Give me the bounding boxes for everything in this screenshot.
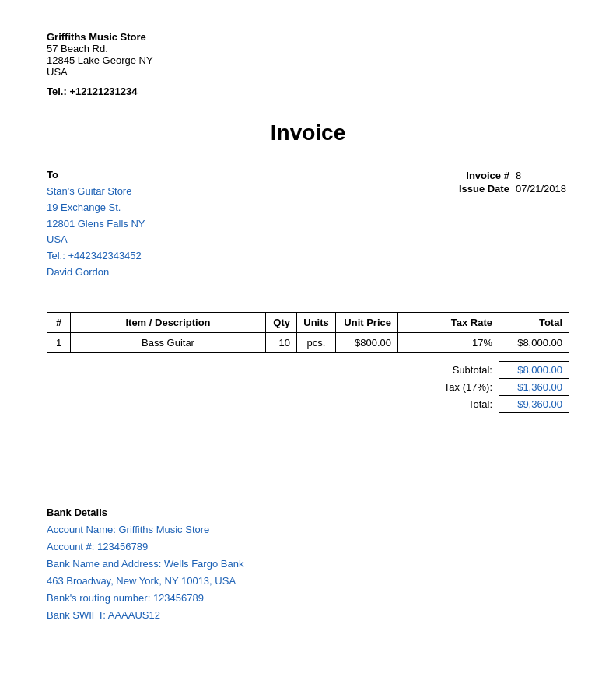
tax-label: Tax (17%): xyxy=(438,378,499,395)
to-label: To xyxy=(47,169,145,181)
row-tax-rate: 17% xyxy=(398,332,499,352)
recipient-country: USA xyxy=(47,232,145,248)
col-header-unit-price: Unit Price xyxy=(336,312,398,332)
phone-label: Tel.: xyxy=(47,86,67,97)
sender-address1: 57 Beach Rd. xyxy=(47,43,569,54)
sender-company: Griffiths Music Store xyxy=(47,31,569,43)
invoice-details: Invoice # 8 Issue Date 07/21/2018 xyxy=(456,169,569,281)
recipient-phone: Tel.: +442342343452 xyxy=(47,248,145,265)
bank-account-number: Account #: 123456789 xyxy=(47,538,569,556)
tax-value: $1,360.00 xyxy=(499,378,569,395)
row-qty: 10 xyxy=(266,332,297,352)
bank-title: Bank Details xyxy=(47,507,569,518)
sender-section: Griffiths Music Store 57 Beach Rd. 12845… xyxy=(47,31,569,97)
subtotal-value: $8,000.00 xyxy=(499,361,569,378)
table-row: 1 Bass Guitar 10 pcs. $800.00 17% $8,000… xyxy=(47,332,569,352)
recipient-section: To Stan's Guitar Store 19 Exchange St. 1… xyxy=(47,169,145,281)
row-num: 1 xyxy=(47,332,71,352)
bank-routing: Bank's routing number: 123456789 xyxy=(47,590,569,607)
sender-address2: 12845 Lake George NY xyxy=(47,54,569,66)
bank-account-name: Account Name: Griffiths Music Store xyxy=(47,521,569,538)
recipient-address2: 12801 Glens Falls NY xyxy=(47,216,145,233)
totals-section: Subtotal: $8,000.00 Tax (17%): $1,360.00… xyxy=(47,361,569,413)
col-header-total: Total xyxy=(499,312,569,332)
invoice-number-label: Invoice # xyxy=(456,169,513,182)
invoice-number: 8 xyxy=(513,169,569,182)
row-units: pcs. xyxy=(297,332,336,352)
col-header-units: Units xyxy=(297,312,336,332)
col-header-tax-rate: Tax Rate xyxy=(398,312,499,332)
invoice-date-label: Issue Date xyxy=(456,182,513,195)
row-unit-price: $800.00 xyxy=(336,332,398,352)
invoice-meta: To Stan's Guitar Store 19 Exchange St. 1… xyxy=(47,169,569,281)
bank-name: Bank Name and Address: Wells Fargo Bank xyxy=(47,556,569,573)
sender-phone: Tel.: +12121231234 xyxy=(47,86,569,97)
items-table: # Item / Description Qty Units Unit Pric… xyxy=(47,312,569,353)
sender-country: USA xyxy=(47,66,569,78)
col-header-num: # xyxy=(47,312,71,332)
phone-number: +12121231234 xyxy=(69,86,137,97)
subtotal-label: Subtotal: xyxy=(438,361,499,378)
row-description: Bass Guitar xyxy=(71,332,266,352)
invoice-date: 07/21/2018 xyxy=(513,182,569,195)
recipient-contact: David Gordon xyxy=(47,265,145,281)
bank-address: 463 Broadway, New York, NY 10013, USA xyxy=(47,573,569,590)
recipient-company: Stan's Guitar Store xyxy=(47,184,145,200)
bank-info: Account Name: Griffiths Music Store Acco… xyxy=(47,521,569,625)
bank-details-section: Bank Details Account Name: Griffiths Mus… xyxy=(47,507,569,625)
total-label: Total: xyxy=(438,395,499,412)
col-header-description: Item / Description xyxy=(71,312,266,332)
bank-swift: Bank SWIFT: AAAAUS12 xyxy=(47,607,569,624)
client-info: Stan's Guitar Store 19 Exchange St. 1280… xyxy=(47,184,145,281)
row-total: $8,000.00 xyxy=(499,332,569,352)
recipient-address1: 19 Exchange St. xyxy=(47,200,145,216)
total-value: $9,360.00 xyxy=(499,395,569,412)
invoice-title: Invoice xyxy=(47,121,569,145)
col-header-qty: Qty xyxy=(266,312,297,332)
